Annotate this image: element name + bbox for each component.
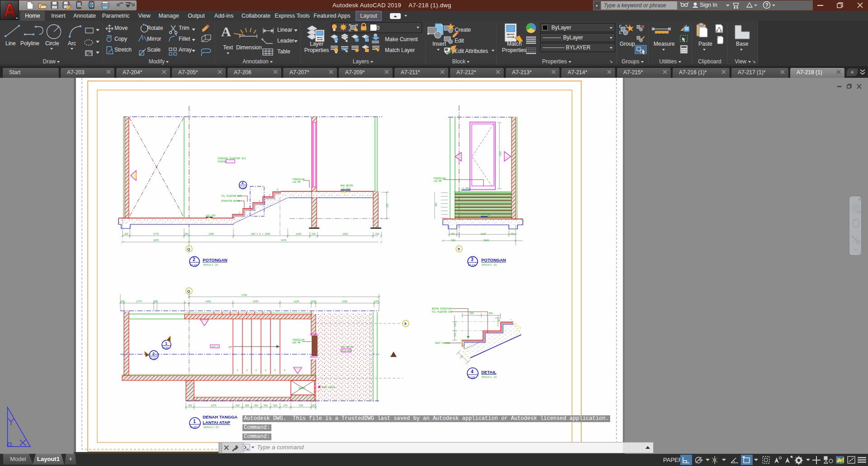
svg-text:150: 150 bbox=[124, 233, 128, 236]
svg-text:5: 5 bbox=[458, 247, 460, 251]
svg-text:A7-218: A7-218 bbox=[468, 376, 475, 379]
svg-text:1650: 1650 bbox=[342, 233, 348, 236]
svg-text:300: 300 bbox=[489, 312, 493, 315]
svg-text:2: 2 bbox=[193, 257, 195, 262]
svg-text:150: 150 bbox=[375, 233, 379, 236]
svg-text:150: 150 bbox=[120, 300, 124, 303]
svg-text:4: 4 bbox=[471, 369, 474, 374]
svg-text:+1.60m: +1.60m bbox=[461, 187, 470, 190]
svg-text:ROOF DRAIN: ROOF DRAIN bbox=[322, 386, 335, 389]
svg-text:150: 150 bbox=[311, 404, 315, 407]
svg-text:±10.000: ±10.000 bbox=[342, 350, 351, 352]
svg-text:DETAIL: DETAIL bbox=[481, 370, 497, 375]
svg-text:PTR: PTR bbox=[457, 156, 461, 159]
svg-text:500: 500 bbox=[451, 239, 455, 242]
svg-text:850: 850 bbox=[386, 203, 389, 207]
svg-text:150: 150 bbox=[510, 233, 514, 236]
svg-text:POTONGAN: POTONGAN bbox=[203, 257, 228, 262]
svg-text:1375: 1375 bbox=[211, 404, 216, 407]
svg-text:2: 2 bbox=[152, 352, 155, 356]
svg-text:3800: 3800 bbox=[484, 239, 489, 242]
svg-text:3: 3 bbox=[255, 369, 256, 372]
svg-text:A7-218: A7-218 bbox=[239, 186, 246, 189]
svg-text:SKALA 1 : 20: SKALA 1 : 20 bbox=[203, 263, 218, 266]
svg-text:1: 1 bbox=[165, 341, 167, 346]
svg-text:150: 150 bbox=[375, 300, 379, 303]
svg-text:4: 4 bbox=[269, 194, 270, 197]
svg-text:4: 4 bbox=[242, 181, 244, 185]
svg-text:1775: 1775 bbox=[153, 233, 159, 236]
svg-text:1: 1 bbox=[239, 212, 240, 214]
svg-text:3: 3 bbox=[471, 257, 474, 262]
svg-text:POTONGAN: POTONGAN bbox=[481, 257, 506, 262]
svg-text:150: 150 bbox=[311, 233, 315, 236]
svg-text:FINISH: FINISH bbox=[218, 160, 227, 163]
svg-text:2075: 2075 bbox=[153, 239, 159, 242]
svg-text:FIL PLESTER ACI: FIL PLESTER ACI bbox=[432, 311, 452, 314]
svg-text:6475: 6475 bbox=[281, 239, 286, 242]
svg-text:850: 850 bbox=[435, 202, 437, 206]
svg-text:300: 300 bbox=[235, 404, 239, 407]
svg-text:1800: 1800 bbox=[480, 233, 486, 236]
svg-text:±13.1: ±13.1 bbox=[211, 346, 218, 348]
svg-text:1400: 1400 bbox=[209, 233, 214, 236]
svg-text:1400: 1400 bbox=[205, 300, 211, 303]
svg-text:STRUKTUR BETON: STRUKTUR BETON bbox=[221, 200, 240, 203]
svg-text:+20 MM: +20 MM bbox=[292, 181, 300, 184]
svg-text:150: 150 bbox=[311, 300, 315, 303]
svg-text:SHAFT: SHAFT bbox=[299, 387, 305, 390]
svg-text:1625: 1625 bbox=[296, 233, 301, 236]
svg-text:A7-218: A7-218 bbox=[468, 264, 475, 266]
svg-text:FIL PLESTER ACI: FIL PLESTER ACI bbox=[221, 195, 242, 198]
svg-text:?: ? bbox=[765, 2, 768, 8]
svg-text:1125: 1125 bbox=[294, 300, 299, 303]
svg-text:UP: UP bbox=[228, 346, 232, 348]
svg-text:SKALA 1 : 20: SKALA 1 : 20 bbox=[482, 263, 497, 266]
svg-text:SKALA 1 : 10: SKALA 1 : 10 bbox=[482, 376, 497, 378]
svg-text:150: 150 bbox=[184, 233, 188, 236]
svg-text:3: 3 bbox=[259, 200, 260, 203]
svg-text:300: 300 bbox=[263, 404, 267, 407]
svg-text:5: 5 bbox=[277, 189, 278, 191]
svg-text:A: A bbox=[221, 24, 231, 39]
svg-text:1: 1 bbox=[237, 369, 238, 372]
svg-text:BAK BETON: BAK BETON bbox=[341, 185, 353, 187]
svg-text:BAK BETON: BAK BETON bbox=[341, 346, 353, 349]
svg-text:PTR: PTR bbox=[505, 156, 510, 159]
svg-text:150: 150 bbox=[188, 404, 192, 407]
svg-text:PTR: PTR bbox=[295, 368, 299, 371]
svg-text:700: 700 bbox=[299, 404, 303, 407]
svg-text:+20 MM: +20 MM bbox=[433, 180, 441, 183]
svg-text:5: 5 bbox=[274, 369, 275, 372]
svg-text:150: 150 bbox=[459, 354, 463, 359]
svg-text:DENAH TANGGA: DENAH TANGGA bbox=[203, 414, 237, 419]
svg-text:PTR: PTR bbox=[202, 320, 206, 323]
svg-text:300: 300 bbox=[470, 312, 474, 315]
svg-text:A3-402: A3-402 bbox=[162, 347, 169, 349]
svg-text:0: 0 bbox=[376, 25, 379, 31]
svg-text:142: 142 bbox=[454, 333, 457, 337]
svg-text:A1-007: A1-007 bbox=[190, 426, 197, 428]
svg-text:4: 4 bbox=[265, 369, 266, 372]
svg-text:1525: 1525 bbox=[253, 300, 258, 303]
svg-text:2D: 2D bbox=[857, 210, 861, 214]
svg-text:1: 1 bbox=[193, 419, 196, 424]
svg-text:142: 142 bbox=[454, 323, 457, 327]
svg-text:150: 150 bbox=[451, 233, 455, 236]
svg-text:375: 375 bbox=[283, 404, 287, 407]
svg-text:2950: 2950 bbox=[499, 151, 502, 156]
svg-text:SAAT KUNING: SAAT KUNING bbox=[435, 342, 450, 345]
svg-text:Sign In: Sign In bbox=[700, 2, 717, 8]
svg-text:150: 150 bbox=[153, 300, 157, 303]
svg-text:Q: Q bbox=[187, 289, 190, 293]
svg-text:5: 5 bbox=[404, 322, 407, 326]
svg-text:A7-218: A7-218 bbox=[190, 264, 197, 266]
svg-text:1650: 1650 bbox=[342, 300, 347, 303]
svg-text:300: 300 bbox=[273, 404, 277, 407]
svg-text:2: 2 bbox=[246, 369, 247, 372]
svg-text:LANTAI ATAP: LANTAI ATAP bbox=[203, 420, 231, 425]
svg-text:A7-218: A7-218 bbox=[150, 357, 157, 360]
svg-text:Q: Q bbox=[187, 247, 190, 251]
svg-text:6700: 6700 bbox=[242, 294, 247, 297]
svg-text:100 MM: 100 MM bbox=[292, 342, 300, 344]
